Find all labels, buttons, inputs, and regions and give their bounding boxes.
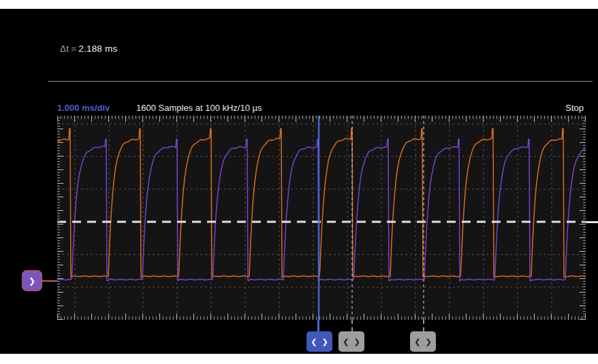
cursor-1-stem (351, 320, 353, 331)
scope-plot[interactable] (57, 116, 586, 320)
cursor-2-handle[interactable]: ❮ ❯ (410, 331, 436, 352)
sample-info: 1600 Samples at 100 kHz/10 µs (136, 103, 262, 113)
chevron-right-icon: ❯ (354, 337, 360, 346)
channel-offset-handle[interactable]: ❯ (22, 270, 42, 291)
oscilloscope-panel: Δt=2.188 ms 1.000 ms/div 1600 Samples at… (0, 9, 598, 354)
reference-line-extension (586, 221, 598, 223)
chevron-right-icon: ❯ (29, 276, 35, 286)
tracking-cursor-stem (317, 320, 319, 331)
scope-header: 1.000 ms/div 1600 Samples at 100 kHz/10 … (0, 103, 598, 116)
delta-t-equals: = (69, 44, 78, 54)
delta-t-label: Δt (60, 44, 69, 54)
acquisition-state: Stop (565, 103, 584, 113)
delta-t-readout: Δt=2.188 ms (60, 44, 117, 54)
chevron-left-icon: ❮ (311, 337, 317, 346)
chevron-left-icon: ❮ (414, 337, 420, 346)
channel-2-trace (57, 139, 586, 281)
chevron-right-icon: ❯ (322, 337, 328, 346)
timebase-value[interactable]: 1.000 ms/div (57, 103, 110, 113)
channel-1-trace (57, 129, 586, 278)
cursor-1-handle[interactable]: ❮ ❯ (339, 331, 364, 352)
delta-t-value: 2.188 ms (78, 44, 117, 54)
chevron-left-icon: ❮ (343, 337, 349, 346)
cursor-2-stem (423, 320, 424, 331)
chevron-right-icon: ❯ (426, 337, 432, 346)
separator-line (48, 81, 593, 82)
scope-canvas[interactable] (57, 116, 586, 320)
channel-offset-wire (42, 280, 57, 282)
tracking-cursor-handle[interactable]: ❮ ❯ (306, 331, 332, 352)
